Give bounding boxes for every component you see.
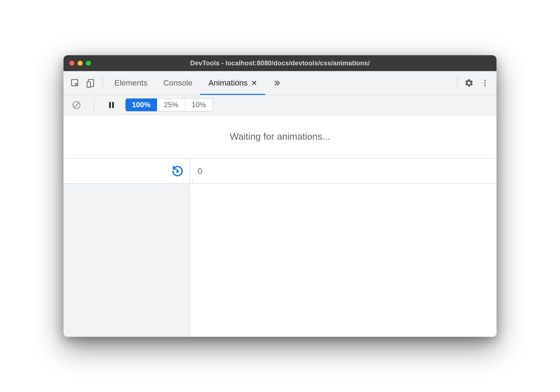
tab-label: Elements bbox=[114, 78, 148, 88]
playback-speed-group: 100% 25% 10% bbox=[125, 98, 213, 112]
timeline-tick bbox=[193, 179, 193, 184]
devtools-window: DevTools - localhost:8080/docs/devtools/… bbox=[64, 55, 496, 337]
timeline-body bbox=[64, 184, 496, 337]
tabs: Elements Console Animations ✕ bbox=[106, 71, 289, 95]
waiting-message: Waiting for animations... bbox=[64, 115, 496, 158]
more-menu-button[interactable] bbox=[477, 75, 493, 91]
replay-button[interactable] bbox=[171, 165, 184, 177]
svg-line-7 bbox=[74, 103, 79, 107]
animations-toolbar: 100% 25% 10% bbox=[64, 95, 496, 115]
tabstrip-right bbox=[454, 75, 493, 91]
timeline-ruler[interactable]: 0 bbox=[190, 158, 496, 183]
clear-icon bbox=[72, 100, 81, 110]
tab-elements[interactable]: Elements bbox=[106, 71, 156, 95]
tab-animations[interactable]: Animations ✕ bbox=[200, 71, 265, 95]
tab-label: Animations bbox=[208, 78, 248, 88]
svg-marker-10 bbox=[176, 169, 180, 173]
timeline-header: 0 bbox=[64, 158, 496, 184]
window-title: DevTools - localhost:8080/docs/devtools/… bbox=[69, 60, 491, 67]
timeline-controls bbox=[64, 158, 190, 183]
timeline-start-label: 0 bbox=[198, 166, 202, 176]
timeline-canvas[interactable] bbox=[190, 184, 496, 337]
gear-icon bbox=[464, 78, 474, 88]
separator bbox=[102, 77, 103, 89]
device-toolbar-icon[interactable] bbox=[83, 75, 99, 91]
close-icon[interactable]: ✕ bbox=[251, 79, 257, 87]
tab-console[interactable]: Console bbox=[156, 71, 201, 95]
speed-25-button[interactable]: 25% bbox=[157, 99, 185, 111]
chevron-double-right-icon bbox=[273, 79, 281, 87]
traffic-lights bbox=[69, 61, 91, 66]
pause-button[interactable] bbox=[104, 97, 119, 113]
svg-rect-9 bbox=[112, 102, 114, 108]
svg-point-3 bbox=[484, 80, 486, 81]
settings-button[interactable] bbox=[461, 75, 477, 91]
pause-icon bbox=[108, 101, 115, 109]
separator bbox=[94, 99, 94, 111]
inspect-element-icon[interactable] bbox=[67, 75, 83, 91]
close-window-button[interactable] bbox=[69, 61, 74, 66]
maximize-window-button[interactable] bbox=[86, 61, 91, 66]
tab-overflow[interactable] bbox=[265, 71, 289, 95]
separator bbox=[457, 77, 458, 89]
timeline-sidebar bbox=[64, 184, 190, 337]
speed-10-button[interactable]: 10% bbox=[185, 99, 213, 111]
minimize-window-button[interactable] bbox=[78, 61, 83, 66]
speed-100-button[interactable]: 100% bbox=[126, 99, 157, 111]
svg-rect-2 bbox=[87, 82, 91, 87]
svg-point-5 bbox=[484, 85, 486, 86]
titlebar: DevTools - localhost:8080/docs/devtools/… bbox=[64, 55, 496, 71]
svg-rect-0 bbox=[71, 79, 78, 86]
replay-icon bbox=[171, 165, 184, 177]
svg-point-4 bbox=[484, 82, 486, 84]
more-vertical-icon bbox=[481, 79, 489, 87]
tab-label: Console bbox=[163, 78, 193, 88]
svg-rect-8 bbox=[109, 102, 111, 108]
devtools-tabstrip: Elements Console Animations ✕ bbox=[64, 71, 496, 95]
clear-button[interactable] bbox=[69, 97, 84, 113]
